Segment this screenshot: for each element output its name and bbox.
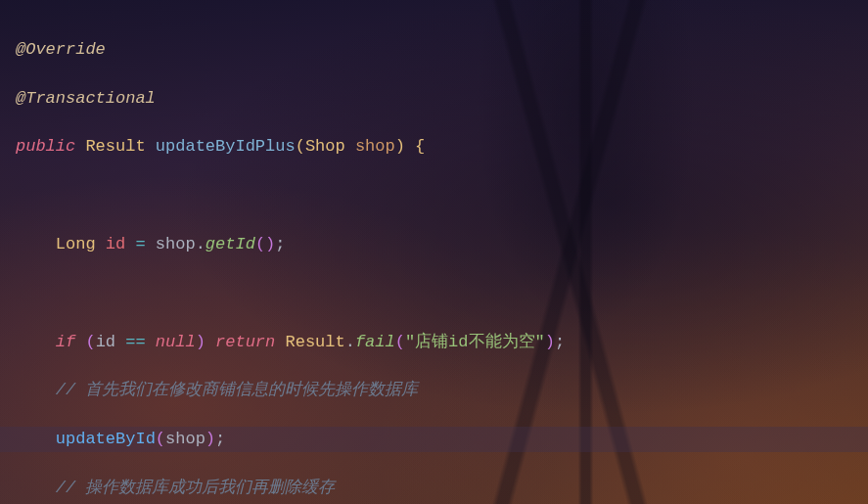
type-long: Long [56, 235, 96, 253]
code-line: // 操作数据库成功后我们再删除缓存 [16, 476, 852, 501]
ref-shop: shop [165, 430, 206, 448]
var-id: id [106, 235, 125, 253]
param-shop: shop [355, 137, 395, 156]
open-brace: { [415, 137, 425, 156]
annotation-transactional: @Transactional [16, 89, 156, 108]
method-updatebyid: updateById [56, 430, 156, 448]
code-line-highlighted: updateById(shop); [0, 427, 868, 452]
keyword-return: return [215, 333, 275, 351]
method-name: updateByIdPlus [156, 137, 296, 156]
comment: // 首先我们在修改商铺信息的时候先操作数据库 [56, 381, 419, 399]
op-eq: == [125, 333, 145, 351]
empty-line [16, 281, 852, 306]
keyword-null: null [156, 333, 196, 351]
code-editor[interactable]: @Override @Transactional public Result u… [0, 0, 868, 504]
keyword-public: public [16, 137, 75, 156]
code-line: public Result updateByIdPlus(Shop shop) … [16, 134, 852, 160]
empty-line [16, 183, 852, 208]
method-fail: fail [355, 333, 395, 351]
code-line: @Override [16, 37, 852, 63]
code-line: // 首先我们在修改商铺信息的时候先操作数据库 [16, 378, 852, 403]
keyword-if: if [56, 333, 75, 351]
annotation-override: @Override [16, 40, 106, 59]
comment: // 操作数据库成功后我们再删除缓存 [56, 479, 336, 497]
ref-shop: shop [156, 235, 196, 253]
op-assign: = [135, 235, 145, 253]
code-line: Long id = shop.getId(); [16, 232, 852, 257]
string-literal: "店铺id不能为空" [405, 333, 545, 351]
method-getid: getId [206, 235, 255, 253]
type-shop: Shop [305, 137, 345, 156]
ref-id: id [96, 333, 115, 351]
code-line: if (id == null) return Result.fail("店铺id… [16, 330, 852, 355]
code-line: @Transactional [16, 86, 852, 112]
type-result: Result [85, 137, 145, 156]
type-result-ref: Result [285, 333, 344, 351]
